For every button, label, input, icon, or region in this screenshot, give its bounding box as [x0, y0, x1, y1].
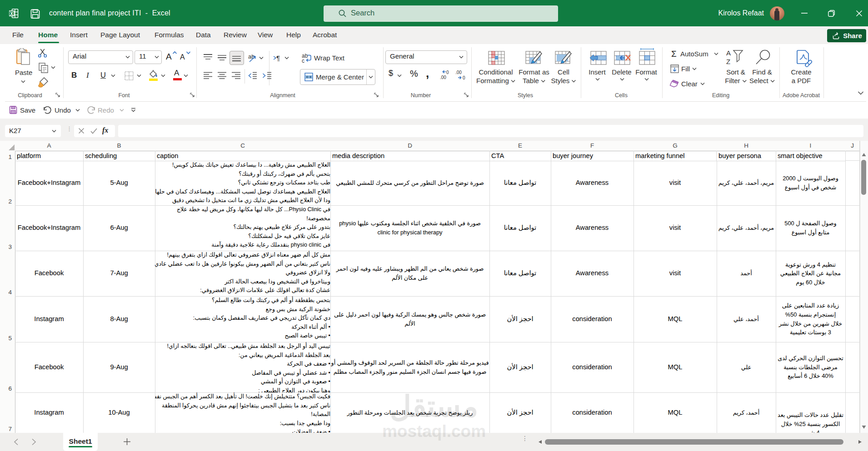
svg-text:Z: Z [726, 58, 730, 65]
svg-text:X: X [10, 11, 13, 16]
svg-text:A: A [726, 49, 731, 57]
svg-text:.00: .00 [440, 75, 446, 80]
svg-text:0: 0 [463, 75, 465, 80]
svg-text:c: c [302, 58, 304, 63]
svg-text:0: 0 [446, 70, 449, 75]
svg-text:¶: ¶ [276, 54, 280, 62]
svg-text:.00: .00 [455, 70, 462, 75]
